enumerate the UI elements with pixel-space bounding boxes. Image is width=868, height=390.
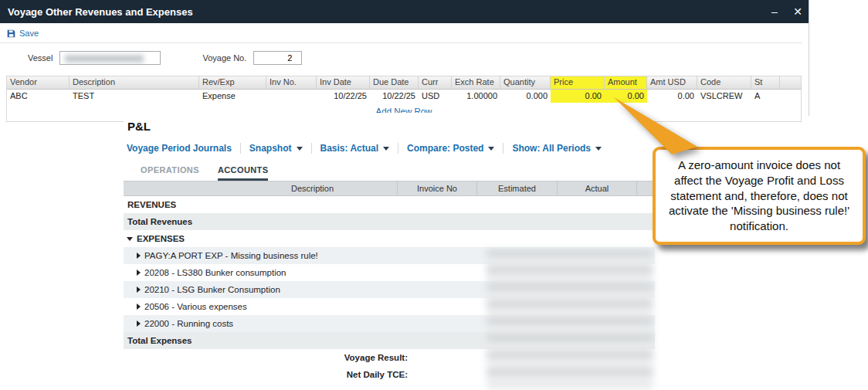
save-toolbar: Save — [0, 23, 802, 43]
chevron-down-icon — [297, 147, 303, 151]
cell-st: A — [751, 90, 780, 103]
snapshot-menu[interactable]: Snapshot — [241, 143, 312, 154]
row-label: 20210 - LSG Bunker Consumption — [141, 285, 280, 294]
menu-item-label: Basis: Actual — [320, 143, 379, 154]
col-revexp[interactable]: Rev/Exp — [199, 76, 266, 89]
col-filler — [780, 76, 801, 89]
header-form: Vessel Voyage No. — [28, 51, 809, 65]
annotation-callout: A zero-amount invoice does not affect th… — [653, 147, 866, 245]
pnl-panel: P&L Voyage Period Journals Snapshot Basi… — [124, 113, 655, 390]
row-label: Voyage Result: — [124, 353, 408, 362]
collapse-icon[interactable] — [127, 237, 133, 241]
menu-item-label: Snapshot — [249, 143, 292, 154]
pnl-col-invoice-no: Invoice No — [398, 181, 477, 195]
grid-header: Vendor Description Rev/Exp Inv No. Inv D… — [7, 76, 801, 90]
col-quantity[interactable]: Quantity — [500, 76, 551, 89]
vessel-redacted-value — [65, 55, 144, 63]
tab-operations[interactable]: OPERATIONS — [141, 165, 199, 181]
pnl-row-expenses[interactable]: EXPENSES — [124, 230, 655, 247]
col-amount[interactable]: Amount — [605, 76, 647, 89]
window-title: Voyage Other Revenues and Expenses — [0, 6, 763, 18]
row-label: Total Revenues — [124, 217, 192, 226]
col-exch-rate[interactable]: Exch Rate — [452, 76, 500, 89]
save-icon — [7, 29, 15, 38]
pnl-title: P&L — [124, 113, 655, 133]
col-st[interactable]: St — [751, 76, 780, 89]
col-amt-usd[interactable]: Amt USD — [647, 76, 697, 89]
row-label: EXPENSES — [133, 234, 185, 243]
pnl-col-estimated: Estimated — [477, 181, 558, 195]
pnl-menu: Voyage Period Journals Snapshot Basis: A… — [124, 143, 655, 154]
cell-due-date: 10/22/25 — [370, 90, 419, 103]
row-label: REVENUES — [124, 200, 176, 209]
col-inv-date[interactable]: Inv Date — [317, 76, 370, 89]
voyage-no-label: Voyage No. — [202, 53, 246, 63]
col-code[interactable]: Code — [697, 76, 751, 89]
voyage-other-revenues-window: Voyage Other Revenues and Expenses – ✕ S… — [0, 0, 809, 65]
cell-vendor: ABC — [7, 90, 70, 103]
window-titlebar: Voyage Other Revenues and Expenses – ✕ — [0, 0, 809, 23]
voyage-no-field[interactable] — [253, 51, 302, 65]
window-right-edge — [809, 0, 809, 116]
pnl-row-total-revenues: Total Revenues — [124, 213, 655, 230]
cell-quantity: 0.000 — [500, 90, 551, 103]
menu-item-label: Compare: Posted — [407, 143, 483, 154]
chevron-down-icon — [488, 147, 494, 151]
vessel-field[interactable] — [59, 51, 161, 65]
row-label: Total Expenses — [124, 336, 192, 345]
cell-description: TEST — [70, 90, 199, 103]
pnl-table-header: Description Invoice No Estimated Actual — [124, 181, 655, 196]
close-button[interactable]: ✕ — [786, 5, 809, 18]
col-description[interactable]: Description — [70, 76, 199, 89]
row-label: 20208 - LS380 Bunker consumption — [141, 268, 286, 277]
row-label: 20506 - Various expenses — [141, 302, 247, 311]
cell-exch-rate: 1.00000 — [452, 90, 500, 103]
basis-menu[interactable]: Basis: Actual — [312, 143, 399, 154]
cell-price: 0.00 — [551, 90, 605, 103]
row-label: Net Daily TCE: — [124, 370, 408, 379]
menu-item-label: Show: All Periods — [512, 143, 591, 154]
row-label: PAGY:A PORT EXP - Missing business rule! — [141, 251, 318, 260]
compare-menu[interactable]: Compare: Posted — [398, 143, 504, 154]
save-button[interactable]: Save — [19, 29, 39, 38]
cell-inv-date: 10/22/25 — [317, 90, 370, 103]
cell-inv-no — [266, 90, 317, 103]
chevron-down-icon — [383, 147, 389, 151]
pnl-row-revenues: REVENUES — [124, 196, 655, 213]
voyage-period-journals-link[interactable]: Voyage Period Journals — [124, 143, 241, 154]
pnl-col-description: Description — [124, 181, 398, 195]
menu-item-label: Voyage Period Journals — [127, 143, 232, 154]
cell-revexp: Expense — [199, 90, 266, 103]
cell-curr: USD — [419, 90, 452, 103]
redacted-values-area — [487, 250, 653, 388]
col-inv-no[interactable]: Inv No. — [266, 76, 317, 89]
col-due-date[interactable]: Due Date — [370, 76, 419, 89]
pnl-tabs: OPERATIONS ACCOUNTS — [141, 165, 655, 181]
col-curr[interactable]: Curr — [419, 76, 452, 89]
callout-pointer — [598, 91, 714, 161]
show-periods-menu[interactable]: Show: All Periods — [504, 143, 610, 154]
vessel-label: Vessel — [28, 53, 53, 63]
minimize-button[interactable]: – — [763, 5, 786, 18]
pnl-col-actual: Actual — [558, 181, 637, 195]
cell-filler — [780, 90, 801, 103]
col-price[interactable]: Price — [551, 76, 605, 89]
col-vendor[interactable]: Vendor — [7, 76, 70, 89]
annotation-text: A zero-amount invoice does not affect th… — [669, 158, 849, 232]
row-label: 22000 - Running costs — [141, 319, 233, 328]
tab-accounts[interactable]: ACCOUNTS — [218, 165, 269, 181]
